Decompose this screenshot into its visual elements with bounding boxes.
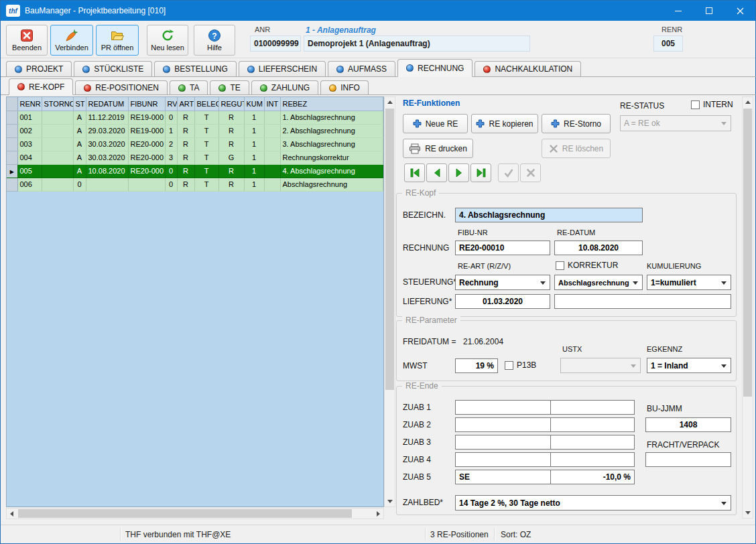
post-record-button[interactable] [498, 163, 519, 182]
tab-lieferschein[interactable]: LIEFERSCHEIN [239, 61, 326, 76]
korrektur-checkbox-box[interactable] [556, 261, 564, 270]
table-cell[interactable]: G [218, 151, 244, 164]
korrektur-checkbox[interactable]: KORREKTUR [556, 261, 618, 270]
table-vscroll-thumb[interactable] [385, 109, 394, 390]
tab-ta[interactable]: TA [170, 80, 208, 94]
close-button[interactable] [724, 1, 755, 21]
intern-checkbox-box[interactable] [691, 100, 700, 109]
table-cell[interactable]: R [177, 164, 194, 178]
table-cell[interactable]: A [73, 111, 86, 124]
table-cell[interactable]: R [218, 137, 244, 151]
verbinden-button[interactable]: Verbinden [50, 25, 93, 56]
row-selector[interactable]: ▶ [7, 164, 17, 178]
re-kopieren-button[interactable]: RE kopieren [471, 114, 538, 133]
zuab4-field-2[interactable] [550, 452, 635, 467]
table-cell[interactable]: 10.08.2020 [86, 164, 128, 178]
table-cell[interactable]: 1. Abschlagsrechnung [280, 111, 383, 124]
table-cell[interactable] [264, 124, 280, 137]
table-cell[interactable]: R [218, 164, 244, 178]
table-cell[interactable]: 4. Abschlagsrechnung [280, 164, 383, 178]
hilfe-button[interactable]: ? Hilfe [194, 25, 235, 56]
neu-lesen-button[interactable]: Neu lesen [147, 25, 188, 56]
kumulierung-combobox[interactable]: 1=kumuliert [647, 275, 731, 290]
table-cell[interactable] [264, 178, 280, 191]
column-header-kum[interactable]: KUM [244, 97, 264, 111]
table-cell[interactable] [264, 164, 280, 178]
table-cell[interactable]: R [177, 151, 194, 164]
panel-vscroll-thumb[interactable] [743, 109, 752, 397]
table-hscrollbar[interactable] [6, 508, 384, 519]
table-row-4[interactable]: 004A30.03.2020RE20-0003RTG1Rechnungskorr… [7, 151, 383, 164]
panel-vscrollbar[interactable] [742, 96, 753, 519]
tab-re-kopf[interactable]: RE-KOPF [9, 78, 73, 95]
re-datum-field[interactable]: 10.08.2020 [554, 241, 643, 255]
table-cell[interactable]: T [194, 137, 218, 151]
table-row-5[interactable]: ▶005A10.08.2020RE20-0000RTR14. Abschlags… [7, 164, 383, 178]
row-selector[interactable] [7, 124, 17, 137]
table-cell[interactable]: R [218, 178, 244, 191]
table-cell[interactable]: 0 [73, 178, 86, 191]
column-header-art[interactable]: ART [177, 97, 194, 111]
table-cell[interactable] [86, 178, 128, 191]
zuab2-field-1[interactable] [455, 417, 551, 432]
table-cell[interactable]: RE20-000 [128, 151, 165, 164]
table-cell[interactable]: RE20-000 [128, 164, 165, 178]
column-header-beleg[interactable]: BELEG [194, 97, 218, 111]
table-cell[interactable]: 1 [244, 151, 264, 164]
table-cell[interactable]: R [177, 124, 194, 137]
previous-record-button[interactable] [426, 163, 447, 182]
table-cell[interactable]: 1 [244, 137, 264, 151]
re-storno-button[interactable]: RE-Storno [542, 114, 611, 133]
table-cell[interactable]: 0 [165, 178, 177, 191]
table-vscrollbar[interactable] [384, 96, 395, 507]
mwst-field[interactable]: 19 % [455, 358, 498, 373]
table-cell[interactable]: A [73, 164, 86, 178]
table-cell[interactable] [264, 137, 280, 151]
bu-jjmm-field[interactable]: 1408 [645, 417, 731, 432]
table-cell[interactable]: RE19-000 [128, 124, 165, 137]
table-cell[interactable]: RE19-000 [128, 111, 165, 124]
lieferung-field[interactable]: 01.03.2020 [455, 294, 550, 309]
column-header-st[interactable]: ST [73, 97, 86, 111]
table-cell[interactable]: 1 [244, 124, 264, 137]
table-cell[interactable]: 2. Abschlagsrechnung [280, 124, 383, 137]
table-cell[interactable]: Abschlagsrechnung [280, 178, 383, 191]
table-cell[interactable]: RE20-000 [128, 137, 165, 151]
table-row-6[interactable]: 00600RTR1Abschlagsrechnung [7, 178, 383, 191]
scroll-left-button[interactable] [7, 508, 17, 519]
table-cell[interactable]: 30.03.2020 [86, 151, 128, 164]
zuab2-field-2[interactable] [550, 417, 635, 432]
table-cell[interactable] [264, 111, 280, 124]
steuerung-combobox[interactable]: Rechnung [455, 275, 550, 290]
p13b-checkbox[interactable]: P13B [505, 360, 536, 370]
table-cell[interactable]: 1 [244, 164, 264, 178]
table-cell[interactable]: R [177, 137, 194, 151]
table-cell[interactable] [42, 111, 73, 124]
column-header-renr[interactable]: RENR [17, 97, 42, 111]
cancel-record-button[interactable] [520, 163, 541, 182]
intern-checkbox[interactable]: INTERN [691, 100, 733, 109]
table-row-2[interactable]: 002A29.03.2020RE19-0001RTR12. Abschlagsr… [7, 124, 383, 137]
tab-bestellung[interactable]: BESTELLUNG [154, 61, 236, 76]
pr-oeffnen-button[interactable]: PR öffnen [96, 25, 139, 56]
zuab4-field-1[interactable] [455, 452, 551, 467]
re-drucken-button[interactable]: RE drucken [403, 139, 473, 158]
fracht-verpack-field[interactable] [645, 452, 731, 467]
table-cell[interactable]: T [194, 111, 218, 124]
zuab3-field-1[interactable] [455, 435, 551, 450]
table-cell[interactable]: T [194, 151, 218, 164]
table-cell[interactable]: 3 [165, 151, 177, 164]
fibu-nr-field[interactable]: RE20-00010 [455, 241, 550, 255]
table-cell[interactable]: 1 [244, 178, 264, 191]
last-record-button[interactable] [470, 163, 491, 182]
bezeichn-field[interactable]: 4. Abschlagsrechnung [455, 208, 643, 222]
table-cell[interactable]: 11.12.2019 [86, 111, 128, 124]
projekt-value-field[interactable]: Demoprojekt 1 (Anlagenauftrag) [304, 36, 530, 52]
egkennz-combobox[interactable]: 1 = Inland [647, 358, 731, 373]
table-cell[interactable]: T [194, 178, 218, 191]
p13b-checkbox-box[interactable] [505, 361, 513, 370]
scroll-down-button[interactable] [385, 496, 395, 506]
ustx-combobox[interactable] [560, 358, 641, 373]
table-cell[interactable]: 004 [17, 151, 42, 164]
row-selector[interactable] [7, 151, 17, 164]
